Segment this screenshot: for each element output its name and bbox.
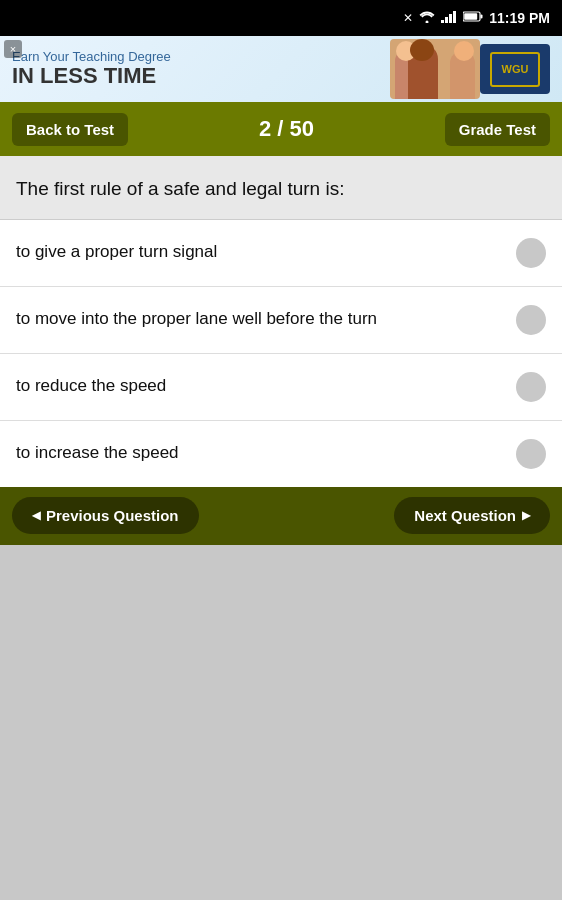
radio-button-1[interactable] — [516, 238, 546, 268]
ad-banner: × Earn Your Teaching Degree IN LESS TIME… — [0, 36, 562, 102]
ad-close-button[interactable]: × — [4, 40, 22, 58]
status-time: 11:19 PM — [489, 10, 550, 26]
svg-rect-1 — [445, 17, 448, 23]
wgu-logo-text: WGU — [490, 52, 540, 87]
question-area: The first rule of a safe and legal turn … — [0, 156, 562, 220]
answer-item-2[interactable]: to move into the proper lane well before… — [0, 287, 562, 354]
radio-button-2[interactable] — [516, 305, 546, 335]
radio-button-4[interactable] — [516, 439, 546, 469]
status-bar: ✕ 11:19 PM — [0, 0, 562, 36]
no-signal-icon: ✕ — [403, 11, 413, 25]
svg-rect-2 — [449, 14, 452, 23]
svg-rect-6 — [464, 13, 477, 20]
answer-text-1: to give a proper turn signal — [16, 241, 516, 264]
svg-rect-3 — [453, 11, 456, 23]
battery-icon — [463, 11, 483, 25]
svg-rect-0 — [441, 20, 444, 23]
grade-test-button[interactable]: Grade Test — [445, 113, 550, 146]
svg-rect-5 — [481, 15, 483, 19]
answer-text-4: to increase the speed — [16, 442, 516, 465]
answers-area: to give a proper turn signal to move int… — [0, 220, 562, 487]
ad-people-image — [390, 39, 480, 99]
status-icons: ✕ 11:19 PM — [403, 10, 550, 26]
bottom-nav: Previous Question Next Question — [0, 487, 562, 545]
answer-text-3: to reduce the speed — [16, 375, 516, 398]
wifi-icon — [419, 11, 435, 26]
ad-big-text: IN LESS TIME — [12, 64, 382, 88]
answer-item-1[interactable]: to give a proper turn signal — [0, 220, 562, 287]
next-question-button[interactable]: Next Question — [394, 497, 550, 534]
answer-item-3[interactable]: to reduce the speed — [0, 354, 562, 421]
question-text: The first rule of a safe and legal turn … — [16, 176, 546, 203]
toolbar: Back to Test 2 / 50 Grade Test — [0, 102, 562, 156]
previous-question-button[interactable]: Previous Question — [12, 497, 199, 534]
answer-text-2: to move into the proper lane well before… — [16, 308, 516, 331]
answer-item-4[interactable]: to increase the speed — [0, 421, 562, 487]
signal-bars-icon — [441, 11, 457, 26]
ad-logo: WGU — [480, 44, 550, 94]
ad-content: Earn Your Teaching Degree IN LESS TIME W… — [0, 36, 562, 102]
question-counter: 2 / 50 — [259, 116, 314, 142]
ad-text-block: Earn Your Teaching Degree IN LESS TIME — [12, 49, 382, 88]
radio-button-3[interactable] — [516, 372, 546, 402]
bottom-area — [0, 545, 562, 845]
back-to-test-button[interactable]: Back to Test — [12, 113, 128, 146]
ad-top-text: Earn Your Teaching Degree — [12, 49, 382, 64]
